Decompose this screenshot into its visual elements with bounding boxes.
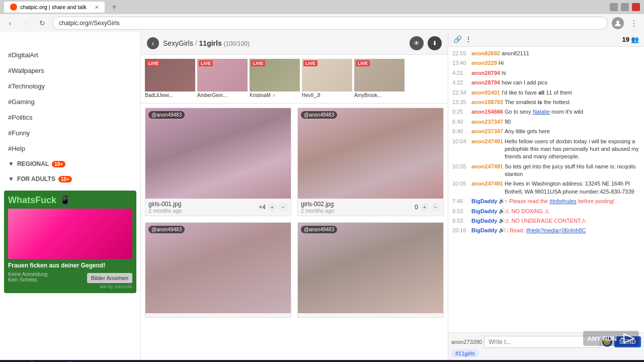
sidebar-item-label: #Wallpapers	[8, 67, 44, 74]
msg-user[interactable]: BigDaddy	[471, 227, 497, 234]
image-placeholder-2	[298, 108, 443, 199]
upvote-btn-2[interactable]: +	[420, 203, 429, 212]
chat-msg-7: 0:25 anon154666 Go to sexy Natalie room …	[450, 107, 642, 117]
address-bar[interactable]: chatpic.org/r/SexyGirls	[52, 17, 608, 30]
image-placeholder-1	[145, 108, 291, 199]
msg-user[interactable]: anon247491	[471, 163, 503, 178]
sidebar-adults-section[interactable]: ▼ FOR ADULTS 18+	[0, 171, 140, 187]
more-icon[interactable]: ⋮	[465, 35, 472, 43]
live-thumb-4[interactable]: LIVE HevII_JI	[302, 59, 352, 99]
msg-text: Go to sexy Natalie room it's wild	[505, 108, 583, 116]
msg-text: So lets get into the juicy stuff His ful…	[505, 163, 640, 178]
thumb-label-4: HevII_JI	[302, 92, 352, 99]
channel-name: 11girls	[199, 39, 222, 47]
sidebar-item-wallpapers[interactable]: #Wallpapers	[0, 63, 140, 78]
sidebar-item-help[interactable]: #Help	[0, 141, 140, 156]
back-content-btn[interactable]: ‹	[147, 37, 159, 49]
maximize-btn[interactable]	[621, 3, 629, 11]
live-badge-5: LIVE	[356, 60, 370, 66]
adults-label: FOR ADULTS	[17, 175, 55, 183]
msg-user[interactable]: anon28794	[471, 79, 500, 86]
img-votes-2: 0 + −	[415, 203, 440, 212]
sidebar-regional-section[interactable]: ▼ REGIONAL 18+	[0, 156, 140, 171]
tab-close-btn[interactable]: ✕	[95, 5, 99, 10]
link-icon[interactable]: 🔗	[453, 35, 462, 43]
address-bar-row: ‹ › ↻ chatpic.org/r/SexyGirls ⋮	[0, 14, 644, 32]
download-icon-btn[interactable]: ⬇	[428, 36, 442, 50]
taskbar: Start e 📁 ! 🔊 7:15 PM	[0, 360, 644, 362]
section-label: SexyGirls	[163, 39, 193, 47]
chat-panel: 🔗 ⋮ 19 👥 22:55 anon82692 anon82111 13:40…	[448, 32, 644, 360]
msg-user[interactable]: anon237347	[471, 118, 503, 126]
forward-btn[interactable]: ›	[20, 17, 32, 29]
sidebar-item-label: #Funny	[8, 129, 30, 137]
msg-user[interactable]: anon154666	[471, 108, 503, 116]
msg-user[interactable]: anon3229	[471, 59, 497, 67]
image-item-1[interactable]: @anon49483 girls-001.jpg 2 months ago +4…	[145, 108, 291, 216]
sidebar-item-politics[interactable]: #Politics	[0, 110, 140, 125]
downvote-btn-2[interactable]: −	[431, 203, 440, 212]
msg-user[interactable]: anon247491	[471, 138, 503, 161]
msg-user[interactable]: BigDaddy	[471, 217, 497, 225]
msg-user[interactable]: anon108703	[471, 99, 503, 106]
msg-user[interactable]: BigDaddy	[471, 198, 497, 205]
browser-menu-btn[interactable]: ⋮	[628, 19, 640, 28]
msg-text: how can I add pics	[502, 79, 547, 86]
sidebar-item-label: #Technology	[8, 82, 45, 90]
image-item-3[interactable]: @anon49483	[145, 222, 291, 318]
close-btn[interactable]	[632, 3, 640, 11]
msg-user[interactable]: BigDaddy	[471, 208, 497, 215]
refresh-btn[interactable]: ↻	[36, 17, 48, 29]
msg-time: 4:22	[452, 79, 471, 86]
minimize-btn[interactable]	[610, 3, 618, 11]
msg-time: 8:53	[452, 217, 471, 225]
msg-user[interactable]: anon247491	[471, 180, 503, 196]
browser-tab[interactable]: chatpic.org | share and talk ✕	[4, 2, 105, 13]
live-thumb-1[interactable]: LIVE BadLilJewi...	[145, 59, 195, 99]
regional-badge: 18+	[52, 161, 65, 167]
sidebar-item-gaming[interactable]: #Gaming	[0, 94, 140, 110]
msg-user[interactable]: anon28794	[471, 69, 500, 77]
downvote-btn-1[interactable]: −	[279, 203, 288, 212]
sidebar-item-technology[interactable]: #Technology	[0, 78, 140, 94]
image-item-4[interactable]: @anon49483	[297, 222, 444, 318]
ad-box[interactable]: WhatsFuck 📱 Frauen ficken aus deiner Geg…	[4, 191, 136, 293]
hashtag-btn[interactable]: #11girls	[451, 349, 479, 357]
url-text: chatpic.org/r/SexyGirls	[59, 20, 120, 27]
new-tab-btn[interactable]: +	[109, 2, 120, 13]
image-placeholder-4	[298, 223, 443, 313]
live-thumb-2[interactable]: LIVE AmberGem...	[197, 59, 248, 99]
sidebar-item-funny[interactable]: #Funny	[0, 125, 140, 141]
image-item-2[interactable]: @anon49483 girls-002.jpg 2 months ago 0 …	[297, 108, 444, 216]
thumb-label-5: AmyBrook...	[354, 92, 405, 99]
msg-user[interactable]: anon82692	[471, 50, 500, 57]
sidebar-item-digitalart[interactable]: #DigitalArt	[0, 47, 140, 63]
anon-tag-4: @anon49483	[301, 226, 337, 233]
ad-btn[interactable]: Bilder Ansehen	[87, 273, 132, 283]
img-filename-1: girls-001.jpg	[148, 201, 182, 208]
msg-user[interactable]: anon92401	[471, 89, 500, 97]
msg-text: 90	[505, 118, 511, 126]
anyrun-logo-icon	[620, 333, 635, 344]
user-count: 19 👥	[622, 36, 639, 43]
upvote-btn-1[interactable]: +	[268, 203, 277, 212]
msg-time: 22:34	[452, 89, 471, 97]
profile-icon[interactable]	[612, 17, 624, 29]
chat-msg-15: 8:53 BigDaddy 🔊 ⚠ NO UNDERAGE CONTENT⚠	[450, 216, 642, 226]
anon-tag-2: @anon49483	[301, 111, 337, 119]
thumb-label-1: BadLilJewi...	[145, 92, 195, 99]
anon-tag-1: @anon49483	[148, 111, 185, 119]
chat-messages[interactable]: 22:55 anon82692 anon82111 13:40 anon3229…	[448, 47, 644, 332]
img-date-2: 2 months ago	[301, 208, 335, 214]
collapse-icon: ▼	[8, 160, 14, 167]
anyrun-watermark: ANY RUN	[583, 331, 639, 346]
live-thumb-3[interactable]: LIVE KristinaM ♀	[250, 59, 300, 99]
chat-msg-10: 10:04 anon247491 Hello fellow users of d…	[450, 137, 642, 162]
back-btn[interactable]: ‹	[4, 17, 16, 29]
img-info-3	[145, 313, 291, 317]
msg-text: I'd like to have all 11 of them	[502, 89, 572, 97]
msg-link[interactable]: Natalie	[533, 109, 550, 115]
view-icon-btn[interactable]: 👁	[410, 36, 424, 50]
msg-user[interactable]: anon237347	[471, 128, 503, 135]
live-thumb-5[interactable]: LIVE AmyBrook...	[354, 59, 405, 99]
